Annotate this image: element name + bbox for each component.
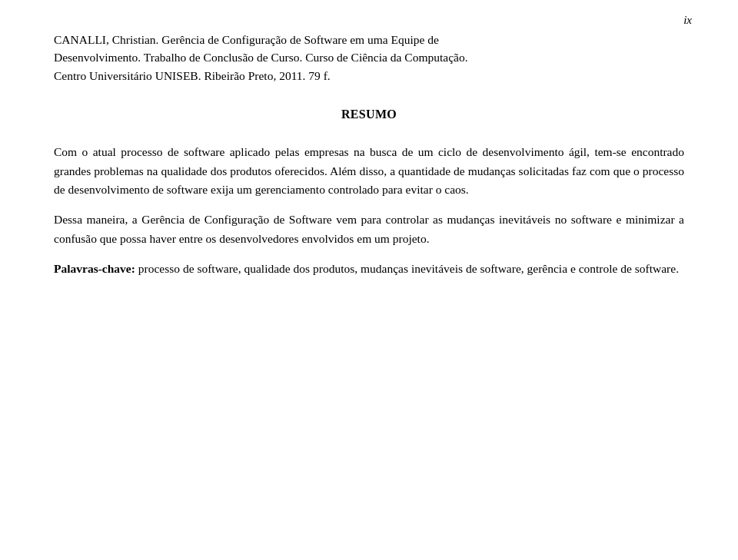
resumo-section: RESUMO Com o atual processo de software … [54, 108, 684, 279]
citation-line1: CANALLI, Christian. Gerência de Configur… [54, 31, 684, 48]
keywords-paragraph: Palavras-chave: processo de software, qu… [54, 260, 684, 279]
citation-block: CANALLI, Christian. Gerência de Configur… [54, 31, 684, 84]
resumo-paragraph3: Dessa maneira, a Gerência de Configuraçã… [54, 210, 684, 249]
keywords-text: processo de software, qualidade dos prod… [135, 262, 679, 275]
page-container: ix CANALLI, Christian. Gerência de Confi… [0, 0, 738, 560]
citation-line3: Centro Universitário UNISEB. Ribeirão Pr… [54, 67, 684, 84]
citation-line2: Desenvolvimento. Trabalho de Conclusão d… [54, 48, 684, 66]
keywords-label: Palavras-chave: [54, 262, 135, 275]
resumo-body: Com o atual processo de software aplicad… [54, 143, 684, 249]
resumo-paragraph1: Com o atual processo de software aplicad… [54, 143, 684, 200]
page-number: ix [683, 14, 692, 27]
resumo-title: RESUMO [54, 108, 684, 121]
